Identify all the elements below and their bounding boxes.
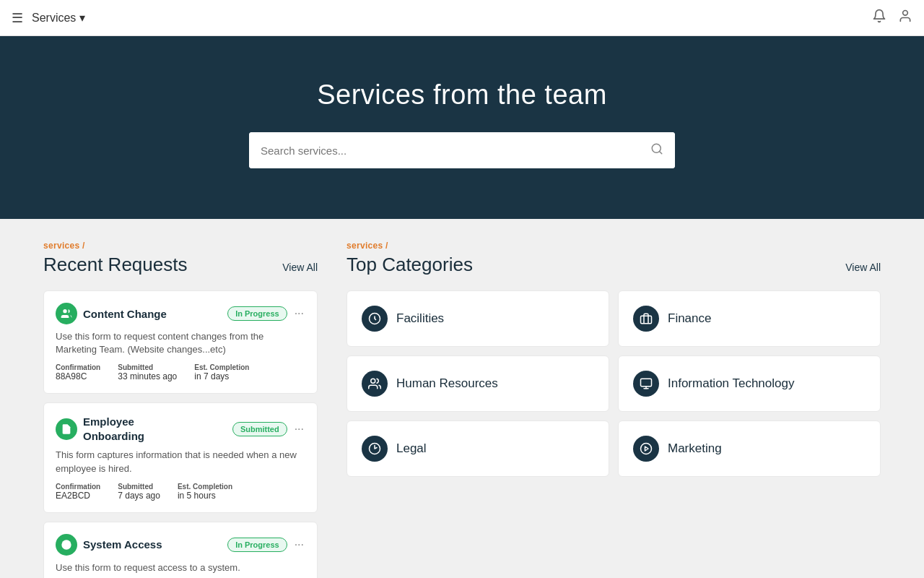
- meta-submitted-value-onboarding: 7 days ago: [118, 491, 160, 501]
- card-title-row-system-access: System Access: [56, 534, 162, 556]
- card-header-right-onboarding: Submitted ···: [232, 422, 305, 436]
- finance-icon: [633, 306, 659, 332]
- svg-line-2: [659, 151, 661, 153]
- recent-title: Recent Requests: [43, 254, 187, 276]
- category-card-marketing[interactable]: Marketing: [618, 420, 881, 477]
- card-meta-content-change: Confirmation 88A98C Submitted 33 minutes…: [56, 363, 305, 381]
- svg-rect-10: [641, 316, 652, 324]
- status-badge-onboarding: Submitted: [232, 422, 287, 436]
- status-badge-content-change: In Progress: [227, 306, 287, 321]
- search-bar: [249, 132, 675, 168]
- recent-breadcrumb: services /: [43, 241, 318, 251]
- card-title-content-change: Content Change: [83, 308, 167, 320]
- meta-submitted: Submitted 33 minutes ago: [118, 363, 177, 381]
- card-title-row: Content Change: [56, 303, 167, 324]
- request-card-content-change: Content Change In Progress ··· Use this …: [43, 290, 318, 394]
- meta-confirmation: Confirmation 88A98C: [56, 363, 100, 381]
- card-ellipsis-onboarding[interactable]: ···: [293, 423, 305, 436]
- marketing-icon: [633, 436, 659, 462]
- meta-est-label: Est. Completion: [194, 363, 249, 371]
- legal-name: Legal: [396, 441, 427, 456]
- meta-est-label-onboarding: Est. Completion: [178, 483, 232, 491]
- card-title-row-onboarding: EmployeeOnboarding: [56, 415, 144, 443]
- svg-point-3: [63, 309, 66, 313]
- categories-view-all[interactable]: View All: [845, 262, 881, 273]
- meta-est-value-onboarding: in 5 hours: [178, 491, 232, 501]
- legal-icon: [362, 436, 388, 462]
- card-icon-system-access: [56, 534, 77, 556]
- meta-confirmation-value-onboarding: EA2BCD: [56, 491, 100, 501]
- categories-header: Top Categories View All: [346, 254, 881, 276]
- topnav-left: ☰ Services ▾: [12, 10, 85, 26]
- card-desc-system-access: Use this form to request access to a sys…: [56, 561, 305, 574]
- card-icon-content-change: [56, 303, 77, 324]
- meta-est-onboarding: Est. Completion in 5 hours: [178, 483, 232, 501]
- card-meta-onboarding: Confirmation EA2BCD Submitted 7 days ago…: [56, 483, 305, 501]
- categories-breadcrumb: services /: [346, 241, 881, 251]
- svg-point-0: [903, 11, 908, 16]
- card-ellipsis-system-access[interactable]: ···: [293, 538, 305, 551]
- card-header-system-access: System Access In Progress ···: [56, 534, 305, 556]
- category-card-legal[interactable]: Legal: [346, 420, 609, 477]
- topnav: ☰ Services ▾: [0, 0, 924, 36]
- card-icon-onboarding: [56, 418, 77, 440]
- meta-submitted-value: 33 minutes ago: [118, 371, 177, 381]
- card-header-onboarding: EmployeeOnboarding Submitted ···: [56, 415, 305, 443]
- svg-rect-12: [641, 379, 652, 387]
- category-card-hr[interactable]: Human Resources: [346, 355, 609, 412]
- meta-submitted-label-onboarding: Submitted: [118, 483, 160, 491]
- hamburger-icon[interactable]: ☰: [12, 10, 23, 26]
- card-header-right: In Progress ···: [227, 306, 305, 321]
- meta-est-value: in 7 days: [194, 371, 249, 381]
- it-name: Information Technology: [668, 376, 794, 391]
- hr-icon: [362, 371, 388, 397]
- main-content: services / Recent Requests View All: [0, 219, 924, 578]
- meta-confirmation-value: 88A98C: [56, 371, 100, 381]
- search-input[interactable]: [249, 132, 639, 168]
- user-icon[interactable]: [898, 9, 912, 27]
- card-title-onboarding: EmployeeOnboarding: [83, 415, 144, 443]
- status-badge-system-access: In Progress: [227, 538, 287, 552]
- it-icon: [633, 371, 659, 397]
- topnav-right: [872, 9, 912, 27]
- card-header: Content Change In Progress ···: [56, 303, 305, 324]
- bell-icon[interactable]: [872, 9, 886, 27]
- meta-submitted-label: Submitted: [118, 363, 177, 371]
- meta-confirmation-label-onboarding: Confirmation: [56, 483, 100, 491]
- category-card-finance[interactable]: Finance: [618, 290, 881, 347]
- request-card-employee-onboarding: EmployeeOnboarding Submitted ··· This fo…: [43, 402, 318, 512]
- card-header-right-system-access: In Progress ···: [227, 538, 305, 552]
- top-categories-panel: services / Top Categories View All Facil…: [346, 241, 881, 578]
- meta-est-completion: Est. Completion in 7 days: [194, 363, 249, 381]
- meta-confirmation-label: Confirmation: [56, 363, 100, 371]
- recent-view-all[interactable]: View All: [282, 262, 318, 273]
- hr-name: Human Resources: [396, 376, 498, 391]
- card-ellipsis-content-change[interactable]: ···: [293, 307, 305, 320]
- finance-name: Finance: [668, 311, 711, 326]
- facilities-icon: [362, 306, 388, 332]
- svg-point-11: [371, 379, 375, 383]
- hero-banner: Services from the team: [0, 36, 924, 219]
- meta-submitted-onboarding: Submitted 7 days ago: [118, 483, 160, 501]
- card-desc-onboarding: This form captures information that is n…: [56, 449, 305, 475]
- categories-grid: Facilities Finance: [346, 290, 881, 477]
- category-card-it[interactable]: Information Technology: [618, 355, 881, 412]
- recent-header: Recent Requests View All: [43, 254, 318, 276]
- search-button[interactable]: [639, 132, 675, 168]
- hero-title: Services from the team: [14, 79, 910, 111]
- svg-marker-17: [645, 447, 649, 451]
- svg-point-16: [641, 444, 652, 454]
- meta-confirmation-onboarding: Confirmation EA2BCD: [56, 483, 100, 501]
- facilities-name: Facilities: [396, 311, 444, 326]
- recent-requests-panel: services / Recent Requests View All: [43, 241, 318, 578]
- marketing-name: Marketing: [668, 441, 722, 456]
- category-card-facilities[interactable]: Facilities: [346, 290, 609, 347]
- card-desc-content-change: Use this form to request content changes…: [56, 330, 305, 356]
- topnav-brand[interactable]: Services ▾: [32, 11, 85, 25]
- categories-title: Top Categories: [346, 254, 473, 276]
- request-card-system-access: System Access In Progress ··· Use this f…: [43, 522, 318, 578]
- card-title-system-access: System Access: [83, 538, 162, 551]
